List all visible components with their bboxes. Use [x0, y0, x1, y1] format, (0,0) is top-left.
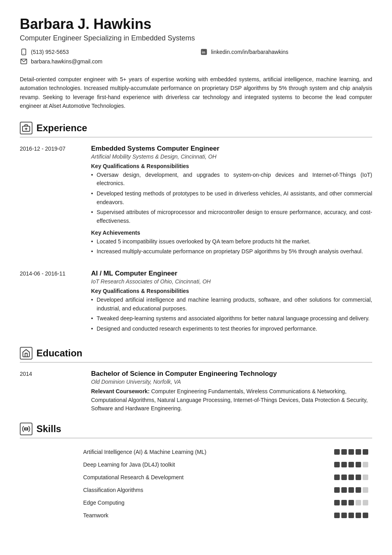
- linkedin-url: linkedin.com/in/barbarahawkins: [211, 49, 288, 55]
- phone-contact: (513) 952-5653: [20, 48, 192, 56]
- education-divider: [20, 362, 372, 363]
- skill-dot-3-2: [348, 487, 354, 493]
- resume-title: Computer Engineer Specializing in Embedd…: [20, 34, 372, 42]
- skill-dot-0-1: [341, 449, 347, 455]
- skill-dot-5-3: [356, 513, 361, 518]
- education-section-header: Education: [20, 347, 372, 360]
- skill-dot-5-0: [334, 513, 340, 518]
- linkedin-contact: in linkedin.com/in/barbarahawkins: [200, 48, 372, 56]
- exp2-company: IoT Research Associates of Ohio, Cincinn…: [91, 278, 372, 285]
- skill-dot-1-3: [356, 462, 361, 467]
- exp2-qual-3: Designed and conducted research experime…: [91, 325, 372, 333]
- email-address: barbara.hawkins@gmail.com: [31, 58, 103, 65]
- skill-dot-1-0: [334, 462, 340, 467]
- skills-title: Skills: [36, 423, 61, 434]
- skill-name-3: Classification Algorithms: [20, 487, 334, 493]
- skill-dot-0-3: [356, 449, 361, 455]
- skill-dots-0: [334, 449, 372, 455]
- education-icon: [20, 347, 32, 360]
- svg-point-8: [25, 428, 27, 430]
- exp2-dates: 2014-06 - 2016-11: [20, 270, 83, 337]
- skills-icon: [20, 423, 32, 435]
- skill-row-3: Classification Algorithms: [20, 484, 372, 496]
- experience-section: Experience 2016-12 - 2019-07 Embedded Sy…: [20, 122, 372, 337]
- exp1-dates: 2016-12 - 2019-07: [20, 145, 83, 260]
- skill-dots-3: [334, 487, 372, 493]
- skill-dot-4-0: [334, 500, 340, 505]
- skill-dot-1-2: [348, 462, 354, 467]
- skills-list: Artificial Intelligence (AI) & Machine L…: [20, 446, 372, 522]
- skill-dot-4-4: [363, 500, 368, 505]
- experience-title: Experience: [36, 122, 87, 134]
- skill-row-5: Teamwork: [20, 509, 372, 522]
- skill-dot-2-0: [334, 475, 340, 480]
- exp1-job-title: Embedded Systems Computer Engineer: [91, 145, 372, 153]
- email-icon: [20, 57, 28, 65]
- skill-dot-2-3: [356, 475, 361, 480]
- skill-name-4: Edge Computing: [20, 500, 334, 506]
- experience-divider: [20, 137, 372, 138]
- phone-number: (513) 952-5653: [31, 49, 69, 55]
- exp1-ach-1: Located 5 incompatibility issues overloo…: [91, 237, 372, 246]
- skill-name-0: Artificial Intelligence (AI) & Machine L…: [20, 449, 334, 455]
- exp2-qual-2: Tweaked deep-learning systems and associ…: [91, 314, 372, 323]
- linkedin-icon: in: [200, 48, 208, 56]
- exp1-ach-bullets: Located 5 incompatibility issues overloo…: [91, 237, 372, 256]
- edu1-year: 2014: [20, 370, 83, 413]
- skill-row-4: Edge Computing: [20, 496, 372, 509]
- skill-dot-4-1: [341, 500, 347, 505]
- email-contact: barbara.hawkins@gmail.com: [20, 57, 192, 65]
- edu1-coursework-label: Relevant Coursework:: [91, 388, 150, 394]
- skill-dots-2: [334, 475, 372, 480]
- skill-dot-3-4: [363, 487, 368, 493]
- skills-section-header: Skills: [20, 423, 372, 435]
- experience-entry-1: 2016-12 - 2019-07 Embedded Systems Compu…: [20, 145, 372, 260]
- skill-dot-2-2: [348, 475, 354, 480]
- skill-name-5: Teamwork: [20, 512, 334, 519]
- skills-divider: [20, 438, 372, 438]
- exp1-ach-2: Increased multiply-accumulate performanc…: [91, 247, 372, 256]
- experience-icon: [20, 122, 32, 134]
- skill-dot-5-4: [363, 513, 368, 518]
- skill-dot-0-4: [363, 449, 368, 455]
- skill-dot-1-1: [341, 462, 347, 467]
- skill-dot-3-1: [341, 487, 347, 493]
- exp2-qual-bullets: Developed artificial intelligence and ma…: [91, 296, 372, 333]
- education-title: Education: [36, 348, 82, 359]
- exp1-ach-title: Key Achievements: [91, 230, 372, 236]
- skills-section: Skills Artificial Intelligence (AI) & Ma…: [20, 423, 372, 522]
- skill-dot-3-3: [356, 487, 361, 493]
- exp2-job-title: AI / ML Computer Engineer: [91, 270, 372, 278]
- exp1-qual-title: Key Qualifications & Responsibilities: [91, 163, 372, 169]
- edu1-degree: Bachelor of Science in Computer Engineer…: [91, 370, 372, 378]
- edu1-content: Bachelor of Science in Computer Engineer…: [91, 370, 372, 413]
- phone-icon: [20, 48, 28, 56]
- skill-row-2: Computational Research & Development: [20, 471, 372, 484]
- skill-dot-5-2: [348, 513, 354, 518]
- skill-row-0: Artificial Intelligence (AI) & Machine L…: [20, 446, 372, 458]
- experience-entry-2: 2014-06 - 2016-11 AI / ML Computer Engin…: [20, 270, 372, 337]
- svg-text:in: in: [202, 50, 206, 54]
- skill-dot-2-1: [341, 475, 347, 480]
- skill-dot-4-3: [356, 500, 361, 505]
- skill-dot-1-4: [363, 462, 368, 467]
- exp1-qual-2: Developed testing methods of prototypes …: [91, 189, 372, 207]
- exp2-qual-title: Key Qualifications & Responsibilities: [91, 288, 372, 294]
- exp2-qual-1: Developed artificial intelligence and ma…: [91, 296, 372, 313]
- experience-section-header: Experience: [20, 122, 372, 134]
- skill-dot-0-0: [334, 449, 340, 455]
- education-section: Education 2014 Bachelor of Science in Co…: [20, 347, 372, 413]
- skill-name-1: Deep Learning for Java (DL4J) toolkit: [20, 461, 334, 468]
- skill-dot-5-1: [341, 513, 347, 518]
- summary-text: Detail-oriented computer engineer with 5…: [20, 75, 372, 111]
- skill-dot-3-0: [334, 487, 340, 493]
- education-entry-1: 2014 Bachelor of Science in Computer Eng…: [20, 370, 372, 413]
- exp2-content: AI / ML Computer Engineer IoT Research A…: [91, 270, 372, 337]
- edu1-coursework: Relevant Coursework: Computer Engineerin…: [91, 387, 372, 413]
- exp1-qual-3: Supervised attributes of microprocessor …: [91, 208, 372, 225]
- skill-dots-1: [334, 462, 372, 467]
- skill-dot-2-4: [363, 475, 368, 480]
- contact-grid: (513) 952-5653 in linkedin.com/in/barbar…: [20, 48, 372, 65]
- edu1-institution: Old Dominion University, Norfolk, VA: [91, 379, 372, 385]
- skill-name-2: Computational Research & Development: [20, 474, 334, 480]
